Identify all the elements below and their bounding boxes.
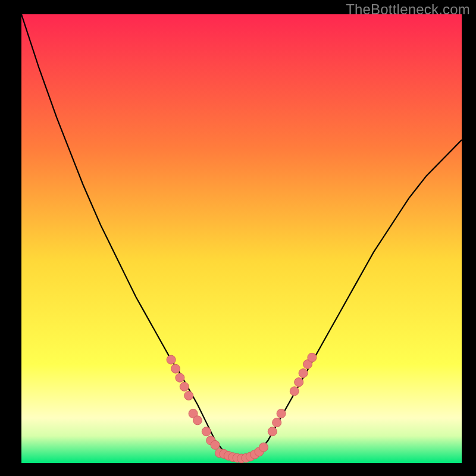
plot-area (21, 14, 462, 463)
data-marker (308, 353, 317, 362)
data-marker (171, 364, 180, 373)
gradient-background (21, 14, 462, 463)
data-marker (184, 391, 193, 400)
data-marker (211, 440, 220, 449)
data-marker (193, 416, 202, 425)
data-marker (176, 373, 184, 382)
data-marker (290, 387, 299, 396)
data-marker (299, 369, 308, 378)
data-marker (273, 418, 281, 427)
data-marker (277, 409, 286, 418)
data-marker (295, 378, 303, 387)
data-marker (268, 427, 277, 436)
chart-frame: TheBottleneck.com (0, 0, 476, 476)
data-marker (167, 355, 176, 364)
data-marker (202, 427, 211, 436)
bottleneck-chart (21, 14, 462, 463)
data-marker (259, 443, 268, 452)
data-marker (180, 382, 189, 391)
